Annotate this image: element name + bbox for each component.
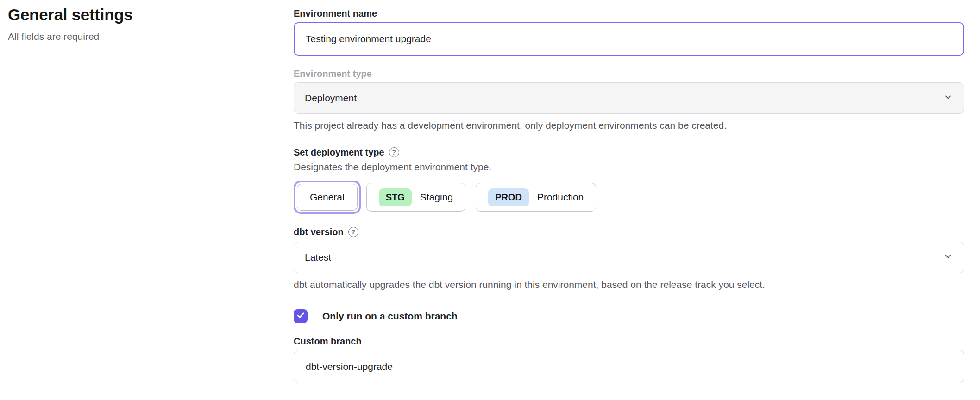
general-option-label: General	[310, 192, 345, 203]
dbt-version-label-row: dbt version ?	[294, 226, 964, 238]
environment-type-label: Environment type	[294, 68, 964, 80]
environment-type-help: This project already has a development e…	[294, 119, 964, 131]
dbt-version-value: Latest	[305, 252, 331, 263]
custom-branch-label: Custom branch	[294, 335, 964, 347]
dbt-version-help: dbt automatically upgrades the dbt versi…	[294, 279, 964, 291]
settings-header: General settings All fields are required	[8, 6, 267, 42]
deployment-type-option-production[interactable]: PROD Production	[476, 183, 596, 212]
environment-type-value: Deployment	[305, 93, 357, 104]
general-settings-form: Environment name Environment type Deploy…	[294, 7, 964, 383]
environment-type-group: Environment type Deployment This project…	[294, 68, 964, 131]
custom-branch-group: Custom branch	[294, 335, 964, 383]
deployment-type-options: General STG Staging PROD Production	[294, 181, 964, 214]
dbt-version-label: dbt version	[294, 226, 344, 238]
environment-name-input[interactable]	[294, 22, 964, 56]
page-title: General settings	[8, 6, 267, 24]
deployment-type-option-general[interactable]: General	[297, 184, 358, 211]
production-option-label: Production	[537, 192, 584, 203]
deployment-type-label-row: Set deployment type ?	[294, 146, 964, 158]
staging-option-label: Staging	[420, 192, 453, 203]
environment-settings-page: General settings All fields are required…	[0, 0, 980, 400]
custom-branch-toggle-row: Only run on a custom branch	[294, 309, 964, 323]
page-subtitle: All fields are required	[8, 31, 267, 42]
chevron-down-icon	[943, 251, 953, 264]
custom-branch-checkbox[interactable]	[294, 309, 308, 323]
help-icon[interactable]: ?	[348, 227, 358, 237]
custom-branch-checkbox-label[interactable]: Only run on a custom branch	[322, 311, 458, 322]
dbt-version-select[interactable]: Latest	[294, 242, 964, 273]
deployment-type-description: Designates the deployment environment ty…	[294, 161, 964, 173]
custom-branch-input[interactable]	[294, 350, 964, 383]
deployment-type-label: Set deployment type	[294, 146, 384, 158]
environment-type-select[interactable]: Deployment	[294, 82, 964, 114]
environment-name-label: Environment name	[294, 7, 964, 19]
environment-name-group: Environment name	[294, 7, 964, 56]
chevron-down-icon	[943, 92, 953, 105]
production-badge: PROD	[488, 188, 529, 206]
checkmark-icon	[295, 310, 306, 322]
deployment-type-group: Set deployment type ? Designates the dep…	[294, 146, 964, 214]
deployment-type-option-staging[interactable]: STG Staging	[366, 183, 465, 212]
dbt-version-group: dbt version ? Latest dbt automatically u…	[294, 226, 964, 291]
staging-badge: STG	[379, 188, 412, 206]
selected-option-ring: General	[294, 181, 361, 214]
help-icon[interactable]: ?	[389, 147, 399, 157]
